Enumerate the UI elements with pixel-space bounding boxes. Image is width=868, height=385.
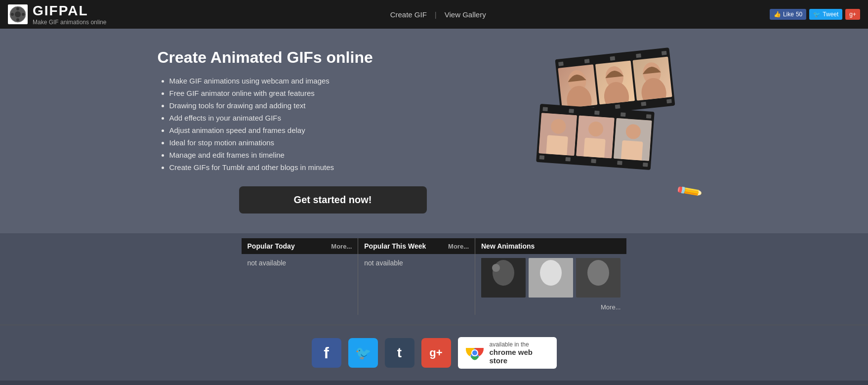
popular-week-more[interactable]: More... xyxy=(448,243,469,250)
feature-8: Create GIFs for Tumblr and other blogs i… xyxy=(169,163,508,171)
new-animation-3[interactable] xyxy=(576,258,620,298)
facebook-like-button[interactable]: 👍 Like 50 xyxy=(770,9,806,20)
logo-area: GIFPAL Make GIF animations online xyxy=(8,3,106,26)
popular-today-column: Popular Today More... not available xyxy=(242,238,359,315)
svg-point-3 xyxy=(16,18,19,21)
like-label: Like xyxy=(783,11,794,18)
header-nav: Create GIF | View Gallery xyxy=(390,10,486,19)
feature-2: Free GIF animator online with great feat… xyxy=(169,89,508,97)
svg-point-11 xyxy=(640,77,667,100)
svg-point-2 xyxy=(16,7,19,10)
hero-features-list: Make GIF animations using webcam and ima… xyxy=(158,77,508,171)
feature-4: Add effects in your animated GIFs xyxy=(169,114,508,122)
chrome-available-text: available in the xyxy=(490,341,550,348)
new-animation-2[interactable] xyxy=(529,258,573,298)
hero-title: Create Animated GIFs online xyxy=(158,48,508,67)
svg-point-7 xyxy=(565,85,593,108)
feature-6: Ideal for stop motion animations xyxy=(169,138,508,147)
popular-grid: Popular Today More... not available Popu… xyxy=(113,238,755,315)
hero-section: Create Animated GIFs online Make GIF ani… xyxy=(0,29,868,233)
footer-links: © GifPal.com | Home | Gallery | Popular … xyxy=(0,381,868,385)
googleplus-button[interactable]: g+ xyxy=(845,9,860,20)
feature-3: Drawing tools for drawing and adding tex… xyxy=(169,101,508,110)
header: GIFPAL Make GIF animations online Create… xyxy=(0,0,868,29)
popular-today-header: Popular Today More... xyxy=(242,238,358,254)
logo-text: GIFPAL Make GIF animations online xyxy=(33,3,106,26)
chrome-badge-text: available in the chrome web store xyxy=(490,341,550,365)
googleplus-social-icon[interactable]: g+ xyxy=(421,338,451,368)
get-started-button[interactable]: Get started now! xyxy=(239,186,427,214)
new-animations-column: New Animations More... xyxy=(475,238,626,315)
popular-today-content: not available xyxy=(242,254,358,294)
hero-content: Create Animated GIFs online Make GIF ani… xyxy=(138,48,731,214)
chrome-store-text: chrome web store xyxy=(490,348,550,365)
thumbs-up-icon: 👍 xyxy=(774,11,781,18)
gplus-icon: g+ xyxy=(849,11,856,18)
film-strip-bottom xyxy=(536,104,655,170)
pencil-icon: ✏️ xyxy=(675,176,705,206)
svg-point-23 xyxy=(492,264,500,272)
new-animations-images xyxy=(475,254,626,301)
new-animations-header: New Animations xyxy=(475,238,626,254)
popular-week-status: not available xyxy=(364,259,403,267)
like-count: 50 xyxy=(796,11,802,18)
svg-rect-17 xyxy=(583,138,605,159)
chrome-logo-icon xyxy=(465,343,485,363)
popular-today-title: Popular Today xyxy=(248,242,295,250)
svg-point-1 xyxy=(15,11,21,17)
social-buttons: 👍 Like 50 🐦 Tweet g+ xyxy=(770,9,860,20)
site-name[interactable]: GIFPAL xyxy=(33,3,106,19)
social-footer: f 🐦 t g+ available in the chrome web sto… xyxy=(0,325,868,381)
tumblr-social-icon[interactable]: t xyxy=(385,338,414,368)
popular-today-more[interactable]: More... xyxy=(331,243,352,250)
feature-7: Manage and edit frames in timeline xyxy=(169,151,508,159)
site-tagline: Make GIF animations online xyxy=(33,19,106,26)
svg-point-27 xyxy=(587,260,609,286)
svg-point-4 xyxy=(11,13,14,16)
create-gif-link[interactable]: Create GIF xyxy=(390,10,427,19)
popular-today-status: not available xyxy=(248,259,287,267)
popular-week-column: Popular This Week More... not available xyxy=(358,238,475,315)
svg-point-25 xyxy=(540,260,562,286)
svg-rect-14 xyxy=(545,135,568,156)
popular-week-header: Popular This Week More... xyxy=(358,238,475,254)
new-animations-more[interactable]: More... xyxy=(475,301,626,315)
twitter-social-icon[interactable]: 🐦 xyxy=(348,338,378,368)
svg-point-5 xyxy=(22,13,25,16)
popular-section: Popular Today More... not available Popu… xyxy=(0,233,868,325)
twitter-tweet-button[interactable]: 🐦 Tweet xyxy=(809,9,842,20)
chrome-web-store-badge[interactable]: available in the chrome web store xyxy=(458,337,557,369)
feature-5: Adjust animation speed and frames delay xyxy=(169,126,508,134)
svg-point-22 xyxy=(493,260,514,286)
hero-image: ✏️ xyxy=(538,48,711,207)
hero-text: Create Animated GIFs online Make GIF ani… xyxy=(158,48,508,214)
twitter-icon: 🐦 xyxy=(813,11,821,18)
svg-point-31 xyxy=(472,350,477,355)
feature-1: Make GIF animations using webcam and ima… xyxy=(169,77,508,85)
popular-week-title: Popular This Week xyxy=(364,242,426,250)
view-gallery-link[interactable]: View Gallery xyxy=(445,10,486,19)
facebook-social-icon[interactable]: f xyxy=(312,338,341,368)
new-animation-1[interactable] xyxy=(481,258,526,298)
new-animations-title: New Animations xyxy=(481,242,535,250)
svg-rect-20 xyxy=(620,140,643,161)
popular-week-content: not available xyxy=(358,254,475,294)
svg-point-9 xyxy=(603,81,630,104)
tweet-label: Tweet xyxy=(823,11,838,18)
nav-separator: | xyxy=(435,10,437,19)
logo-icon xyxy=(8,4,28,24)
